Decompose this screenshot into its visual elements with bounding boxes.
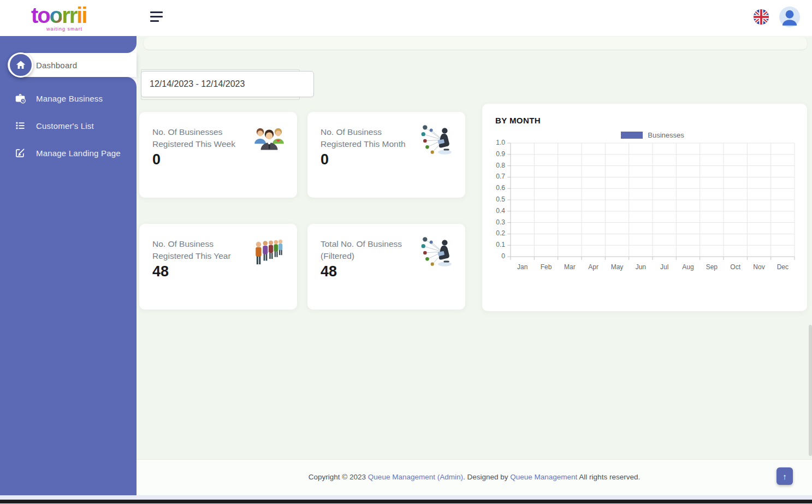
sidebar-nav: Dashboard Manage Business Customer's Lis… <box>0 36 137 495</box>
sidebar-item-label: Manage Business <box>36 94 103 103</box>
stat-card-title: No. Of Business Registered This Month <box>321 126 423 150</box>
stat-card-total: Total No. Of Business (Filtered) 48 <box>307 224 465 310</box>
chart-legend-item[interactable]: Businesses <box>511 131 795 139</box>
stat-card-year: No. Of Business Registered This Year 48 <box>139 224 297 310</box>
main-content: No. Of Businesses Registered This Week 0… <box>137 36 812 504</box>
chart-plot-area <box>511 143 795 257</box>
businessman-network-illustration-icon <box>419 123 455 159</box>
stat-card-value: 0 <box>321 151 329 168</box>
people-queue-illustration-icon <box>251 235 287 271</box>
by-month-chart-panel: BY MONTH Businesses 00.10.20.30.40.50.60… <box>482 104 807 311</box>
stat-card-week: No. Of Businesses Registered This Week 0 <box>139 112 297 198</box>
stat-card-value: 48 <box>152 263 169 280</box>
sidebar-item-customers-list[interactable]: Customer's List <box>0 114 137 138</box>
footer-link-queue-management[interactable]: Queue Management <box>510 473 577 481</box>
sidebar-item-dashboard[interactable]: Dashboard <box>8 53 137 77</box>
logo-tagline: waiting smart <box>46 26 82 32</box>
footer-text: . Designed by <box>463 473 510 481</box>
businessman-network-illustration-icon <box>419 235 455 271</box>
content-top-bar <box>143 37 808 50</box>
sidebar-item-manage-business[interactable]: Manage Business <box>0 86 137 110</box>
sidebar-item-label: Manage Landing Page <box>36 149 121 158</box>
stat-card-title: No. Of Business Registered This Year <box>152 238 255 262</box>
scroll-to-top-button[interactable]: ↑ <box>777 467 793 485</box>
stat-card-month: No. Of Business Registered This Month 0 <box>307 112 465 198</box>
footer-link-admin[interactable]: Queue Management (Admin) <box>368 473 463 481</box>
briefcase-icon <box>14 92 26 104</box>
uk-flag-icon[interactable] <box>753 9 769 27</box>
app-logo[interactable]: toorrii waiting smart <box>31 3 108 33</box>
page-footer: Copyright © 2023 Queue Management (Admin… <box>137 459 812 495</box>
home-icon <box>8 52 33 78</box>
horizontal-scrollbar[interactable] <box>0 495 812 504</box>
footer-text: Copyright © 2023 <box>309 473 368 481</box>
logo-wordmark: toorrii <box>31 3 108 27</box>
sidebar-item-manage-landing-page[interactable]: Manage Landing Page <box>0 141 137 165</box>
hamburger-menu-icon[interactable] <box>150 11 163 24</box>
stat-card-value: 0 <box>152 151 161 168</box>
stat-card-title: Total No. Of Business (Filtered) <box>321 238 423 262</box>
list-icon <box>14 120 26 132</box>
chart-title: BY MONTH <box>495 116 541 125</box>
sidebar-item-label: Customer's List <box>36 121 94 131</box>
people-group-illustration-icon <box>251 123 287 159</box>
footer-text: All rights reserved. <box>577 473 640 481</box>
sidebar-item-label: Dashboard <box>36 61 77 70</box>
stat-card-title: No. Of Businesses Registered This Week <box>152 126 255 150</box>
stat-card-value: 48 <box>321 263 337 280</box>
vertical-scrollbar-thumb[interactable] <box>809 325 812 456</box>
edit-icon <box>14 147 26 159</box>
horizontal-scrollbar-thumb[interactable] <box>0 500 812 503</box>
legend-label: Businesses <box>648 131 684 139</box>
top-header: toorrii waiting smart <box>0 0 812 36</box>
user-avatar-icon[interactable] <box>779 7 800 29</box>
date-range-input[interactable] <box>141 71 314 97</box>
legend-swatch <box>621 132 643 139</box>
